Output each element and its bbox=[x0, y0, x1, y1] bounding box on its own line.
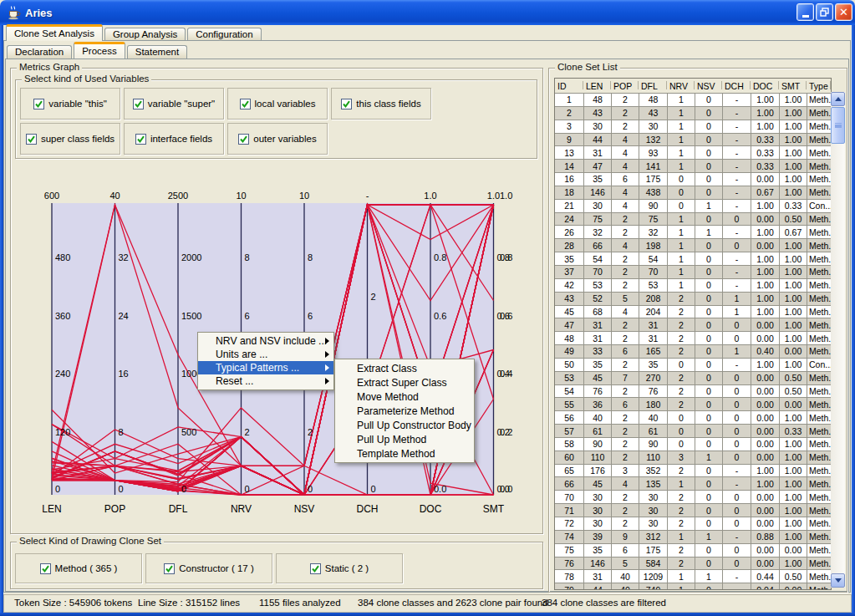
table-row[interactable]: 79444074910-0.040.00Meth... bbox=[555, 583, 831, 589]
table-row[interactable]: 24324310-1.001.00Meth... bbox=[555, 106, 831, 120]
column-header-id[interactable]: ID bbox=[555, 79, 583, 93]
column-header-doc[interactable]: DOC bbox=[751, 79, 779, 93]
menu-item-extract-class[interactable]: Extract Class bbox=[335, 361, 474, 375]
checkbox-constructor-17[interactable]: Constructor ( 17 ) bbox=[145, 553, 272, 583]
tab-clone-set-analysis[interactable]: Clone Set Analysis bbox=[6, 24, 103, 41]
table-row[interactable]: 7439931211-0.881.00Meth... bbox=[555, 530, 831, 543]
table-row[interactable]: 24752751000.000.50Meth... bbox=[555, 212, 831, 226]
checkbox-static-2[interactable]: Static ( 2 ) bbox=[276, 553, 403, 583]
table-row[interactable]: 263223211-1.000.67Meth... bbox=[555, 225, 831, 238]
cell-type: Meth... bbox=[807, 292, 831, 305]
table-row[interactable]: 1635617500-0.001.00Meth... bbox=[555, 172, 831, 186]
column-header-type[interactable]: Type bbox=[807, 79, 831, 93]
column-header-pop[interactable]: POP bbox=[611, 79, 639, 93]
table-row[interactable]: 33023010-1.001.00Meth... bbox=[555, 120, 831, 133]
checkbox-outer-variables[interactable]: outer variables bbox=[227, 123, 328, 155]
table-row[interactable]: 503523500-1.001.00Con... bbox=[555, 358, 831, 371]
table-row[interactable]: 71302302000.001.00Meth... bbox=[555, 503, 831, 517]
checkbox-icon[interactable] bbox=[341, 99, 352, 109]
restore-button[interactable] bbox=[816, 3, 833, 21]
table-row[interactable]: 753561752000.000.00Meth... bbox=[555, 543, 831, 557]
cell-dfl: 30 bbox=[639, 490, 667, 503]
scroll-up-button[interactable] bbox=[831, 92, 845, 106]
menu-item-extract-super-class[interactable]: Extract Super Class bbox=[335, 375, 474, 389]
checkbox-icon[interactable] bbox=[133, 99, 144, 109]
table-row[interactable]: 493361652010.400.00Meth... bbox=[555, 344, 831, 358]
checkbox-variable-super[interactable]: variable "super" bbox=[124, 88, 224, 120]
table-row[interactable]: 18146443800-0.671.00Meth... bbox=[555, 186, 831, 199]
column-header-smt[interactable]: SMT bbox=[779, 79, 807, 93]
table-row[interactable]: 14824810-1.001.00Meth... bbox=[555, 93, 831, 106]
menu-item-parameterize-method[interactable]: Parameterize Method bbox=[335, 404, 474, 418]
menu-item-move-method[interactable]: Move Method bbox=[335, 389, 474, 404]
scroll-down-button[interactable] bbox=[831, 573, 845, 588]
tab-group-analysis[interactable]: Group Analysis bbox=[104, 28, 186, 41]
menu-item-reset[interactable]: Reset ... bbox=[198, 374, 333, 388]
minimize-button[interactable] bbox=[796, 3, 814, 21]
menu-item-units-are[interactable]: Units are ... bbox=[198, 348, 333, 361]
table-row[interactable]: 58902900000.001.00Meth... bbox=[555, 437, 831, 451]
table-row[interactable]: 56402400000.001.00Meth... bbox=[555, 410, 831, 424]
menu-item-typical-patterns[interactable]: Typical Patterns ... bbox=[198, 361, 333, 374]
checkbox-icon[interactable] bbox=[40, 563, 51, 574]
subtab-declaration[interactable]: Declaration bbox=[7, 45, 72, 59]
cell-dfl: 61 bbox=[639, 424, 667, 437]
table-row[interactable]: 47312312000.001.00Meth... bbox=[555, 318, 831, 331]
table-row[interactable]: 70302302000.001.00Meth... bbox=[555, 490, 831, 503]
table-row[interactable]: 456842042011.001.00Meth... bbox=[555, 305, 831, 318]
tab-configuration[interactable]: Configuration bbox=[187, 28, 261, 41]
subtab-statement[interactable]: Statement bbox=[127, 45, 187, 59]
table-row[interactable]: 425325310-1.001.00Meth... bbox=[555, 278, 831, 292]
checkbox-icon[interactable] bbox=[310, 563, 321, 574]
checkbox-icon[interactable] bbox=[164, 563, 175, 574]
checkbox-variable-this[interactable]: variable "this" bbox=[20, 88, 120, 120]
menu-item-pull-up-constructor-body[interactable]: Pull Up Constructor Body bbox=[335, 418, 474, 432]
scrollbar-thumb[interactable] bbox=[831, 107, 845, 144]
menu-item-pull-up-method[interactable]: Pull Up Method bbox=[335, 432, 474, 446]
column-header-dfl[interactable]: DFL bbox=[639, 79, 667, 93]
close-button[interactable]: ✕ bbox=[835, 3, 852, 21]
table-row[interactable]: 54762762000.000.50Meth... bbox=[555, 384, 831, 398]
checkbox-this-class-fields[interactable]: this class fields bbox=[331, 88, 431, 120]
table-scrollbar[interactable] bbox=[831, 92, 845, 588]
checkbox-icon[interactable] bbox=[26, 134, 37, 145]
checkbox-icon[interactable] bbox=[238, 134, 249, 145]
table-row[interactable]: 7614655842000.001.00Meth... bbox=[555, 557, 831, 570]
cell-pop: 6 bbox=[611, 543, 639, 557]
column-header-len[interactable]: LEN bbox=[583, 79, 611, 93]
checkbox-icon[interactable] bbox=[33, 99, 44, 109]
column-header-dch[interactable]: DCH bbox=[722, 79, 751, 93]
column-header-nsv[interactable]: NSV bbox=[695, 79, 722, 93]
table-row[interactable]: 133149310-0.331.00Meth... bbox=[555, 145, 831, 159]
table-row[interactable]: 534572702000.000.50Meth... bbox=[555, 371, 831, 384]
table-row[interactable]: 355425410-1.001.00Meth... bbox=[555, 252, 831, 265]
table-row[interactable]: 944413210-0.331.00Meth... bbox=[555, 133, 831, 146]
table-row[interactable]: 6011021103100.001.00Meth... bbox=[555, 451, 831, 464]
table-row[interactable]: 783140120911-0.440.50Meth... bbox=[555, 569, 831, 583]
table-row[interactable]: 213049001-1.000.33Con... bbox=[555, 199, 831, 212]
subtab-process[interactable]: Process bbox=[74, 42, 125, 59]
table-row[interactable]: 6645413510-1.001.00Meth... bbox=[555, 476, 831, 490]
checkbox-icon[interactable] bbox=[240, 99, 251, 109]
checkbox-icon[interactable] bbox=[135, 134, 146, 145]
menu-item-nrv-and-nsv-include[interactable]: NRV and NSV include ... bbox=[198, 334, 333, 348]
table-row[interactable]: 57612610000.000.33Meth... bbox=[555, 424, 831, 437]
cell-dfl: 54 bbox=[639, 252, 667, 265]
cell-doc: 0.04 bbox=[751, 583, 779, 589]
checkbox-interface-fields[interactable]: interface fields bbox=[124, 123, 224, 155]
table-row[interactable]: 65176335220-1.001.00Meth... bbox=[555, 464, 831, 477]
title-bar[interactable]: Aries ✕ bbox=[0, 0, 855, 25]
checkbox-super-class-fields[interactable]: super class fields bbox=[20, 123, 120, 155]
table-row[interactable]: 48312312000.001.00Meth... bbox=[555, 331, 831, 344]
table-row[interactable]: 377027010-1.001.00Meth... bbox=[555, 265, 831, 278]
menu-item-template-method[interactable]: Template Method bbox=[335, 446, 474, 461]
checkbox-method-365[interactable]: Method ( 365 ) bbox=[15, 553, 142, 583]
table-row[interactable]: 286641981000.001.00Meth... bbox=[555, 238, 831, 252]
table-row[interactable]: 1447414110-0.331.00Meth... bbox=[555, 159, 831, 172]
table-row[interactable]: 435252082011.001.00Meth... bbox=[555, 292, 831, 305]
table-row[interactable]: 553661802000.000.00Meth... bbox=[555, 397, 831, 410]
column-header-nrv[interactable]: NRV bbox=[667, 79, 695, 93]
cell-doc: 0.00 bbox=[751, 397, 779, 410]
table-row[interactable]: 72302302000.001.00Meth... bbox=[555, 517, 831, 530]
checkbox-local-variables[interactable]: local variables bbox=[227, 88, 328, 120]
